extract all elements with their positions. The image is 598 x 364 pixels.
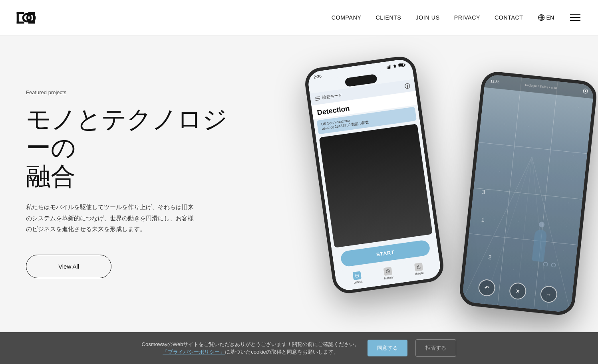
- phone-right-time: 12:36: [490, 79, 499, 84]
- lang-label: EN: [546, 14, 554, 21]
- svg-rect-21: [315, 99, 320, 101]
- ar-number-2: 2: [488, 253, 492, 260]
- phone-left-nav-detect[interactable]: detect: [352, 271, 363, 285]
- phone-left-screen: 2:30 検査モード Detection US San Francisco: [307, 58, 442, 291]
- hero-title: モノとテクノロジーの 融合: [26, 105, 230, 190]
- svg-rect-34: [544, 246, 557, 261]
- nav-company[interactable]: COMPANY: [332, 14, 362, 21]
- view-all-button[interactable]: View All: [26, 255, 111, 278]
- phone-right-screen: 1 2 3: [462, 73, 594, 313]
- svg-point-23: [407, 84, 408, 85]
- hamburger-line-2: [570, 17, 580, 18]
- ar-undo-button[interactable]: ↶: [478, 279, 496, 297]
- phone-left-camera-view: [319, 124, 433, 248]
- nav-contact[interactable]: CONTACT: [495, 14, 523, 21]
- phones-area: 2:30 検査モード Detection US San Francisco: [294, 36, 598, 332]
- ar-number-1: 1: [481, 216, 485, 223]
- history-icon: [383, 267, 393, 276]
- phone-right-header-label: Urologie / Salles / a 10: [525, 83, 557, 89]
- phone-left-time: 2:30: [314, 74, 322, 79]
- ar-forward-button[interactable]: →: [540, 285, 558, 303]
- hamburger-menu[interactable]: [568, 13, 582, 22]
- phone-left-nav-delete[interactable]: delete: [414, 262, 424, 276]
- svg-rect-13: [387, 65, 389, 69]
- svg-rect-7: [28, 21, 35, 23]
- svg-rect-15: [390, 64, 391, 68]
- svg-point-36: [551, 263, 556, 267]
- settings-icon: [582, 88, 588, 94]
- main-nav: COMPANY CLIENTS JOIN US PRIVACY CONTACT …: [332, 13, 582, 22]
- nav-join-us[interactable]: JOIN US: [416, 14, 440, 21]
- phone-left-mode-label: 検査モード: [322, 92, 342, 101]
- phone-left-nav-history[interactable]: history: [383, 267, 394, 280]
- phone-left-nav-history-label: history: [384, 275, 394, 280]
- svg-rect-12: [387, 66, 388, 69]
- nav-privacy[interactable]: PRIVACY: [454, 14, 480, 21]
- hospital-background: 1 2 3: [462, 73, 594, 313]
- detect-icon: [353, 271, 362, 280]
- hero-title-line1: モノとテクノロジーの: [26, 105, 227, 161]
- hamburger-line-3: [570, 20, 580, 21]
- ar-close-button[interactable]: ✕: [509, 282, 527, 300]
- hero-description: 私たちはモバイルを駆使してツールを作り上げ、それらは旧来のシステムを革新的につな…: [26, 202, 194, 235]
- ar-number-3: 3: [482, 188, 485, 195]
- logo[interactable]: [16, 9, 40, 27]
- svg-rect-1: [17, 12, 24, 14]
- phone-left-nav-delete-label: delete: [415, 271, 424, 276]
- svg-point-35: [543, 262, 548, 266]
- equipment-shape: [539, 241, 562, 267]
- svg-point-38: [584, 90, 586, 92]
- svg-rect-24: [407, 86, 408, 87]
- hamburger-line-1: [570, 14, 580, 15]
- svg-rect-2: [17, 21, 24, 23]
- hero-title-line2: 融合: [26, 162, 75, 190]
- nav-clients[interactable]: CLIENTS: [376, 14, 401, 21]
- svg-rect-19: [315, 96, 320, 97]
- phone-left-nav-detect-label: detect: [354, 279, 363, 284]
- hero-text-area: Featured projects モノとテクノロジーの 融合 私たちはモバイル…: [0, 89, 256, 278]
- site-header: COMPANY CLIENTS JOIN US PRIVACY CONTACT …: [0, 0, 598, 36]
- hero-section: Featured projects モノとテクノロジーの 融合 私たちはモバイル…: [0, 36, 598, 332]
- svg-point-26: [356, 275, 358, 276]
- phone-right: 1 2 3: [458, 70, 598, 317]
- delete-icon: [414, 262, 423, 271]
- svg-rect-6: [28, 12, 35, 14]
- svg-rect-20: [315, 98, 320, 99]
- featured-label: Featured projects: [26, 89, 230, 95]
- language-selector[interactable]: EN: [538, 14, 554, 21]
- svg-rect-14: [389, 64, 390, 68]
- phone-left: 2:30 検査モード Detection US San Francisco: [303, 54, 446, 295]
